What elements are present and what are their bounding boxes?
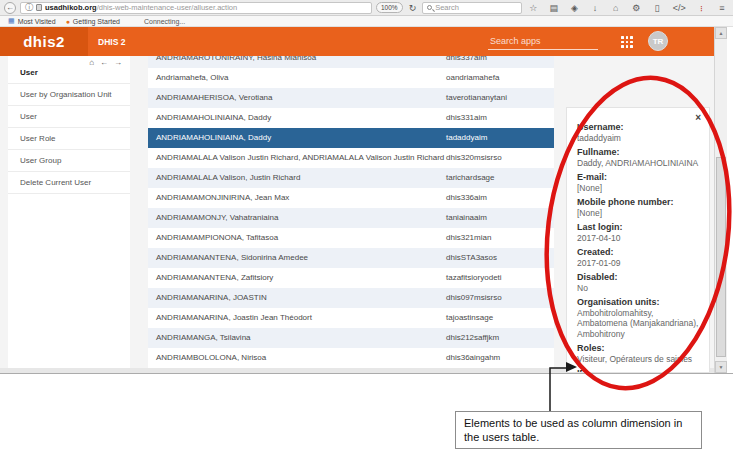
sidebar-item-delete-current-user[interactable]: Delete Current User (8, 172, 130, 194)
field-value: 2017-01-09 (577, 258, 699, 269)
browser-toolbar-icons: ☆ ▤ ◈ ↓ ⌂ ⚙ ▯ </> ⁝ ≡ (526, 3, 729, 13)
field-value: 2017-04-10 (577, 233, 699, 244)
detail-field: Username: tadaddyaim (577, 122, 699, 143)
user-username: dhis36aingahm (446, 353, 500, 362)
user-username: dhis212saffjkm (446, 333, 499, 342)
detail-field: ID: IbhEZYlNR (577, 368, 699, 373)
field-value: No (577, 283, 699, 294)
user-fullname: ANDRIAMALALA Valison, Justin Richard (156, 173, 300, 182)
field-label: Mobile phone number: (577, 197, 699, 208)
library-icon[interactable]: ▤ (549, 3, 559, 13)
bookmark-most-visited[interactable]: ▦ Most Visited (8, 17, 56, 25)
apps-search-input[interactable]: Search apps (488, 34, 598, 50)
sidebar: ⌂ ← → User User by Organisation Unit Use… (8, 56, 130, 373)
sidebar-item-user-group[interactable]: User Group (8, 150, 130, 172)
table-row[interactable]: ANDRIAMALALA Valison, Justin Richard tar… (148, 168, 554, 188)
table-row[interactable]: Andriamahefa, Oliva oandriamahefa (148, 68, 554, 88)
user-fullname: ANDRIAMANANTENA, Zafitsiory (156, 273, 273, 282)
field-label: Created: (577, 247, 699, 258)
table-row[interactable]: ANDRIAMAMPIONONA, Tafitasoa dhis321mian (148, 228, 554, 248)
browser-search-field[interactable]: Search (422, 2, 522, 14)
field-label: ID: (577, 368, 699, 373)
user-fullname: ANDRIAMANARINA, Joastin Jean Théodort (156, 313, 312, 322)
field-label: Last login: (577, 222, 699, 233)
browser-toolbar: ← ⓘ usadhikob.org/dhis-web-maintenance-u… (0, 0, 733, 16)
bookmark-getting-started[interactable]: ● Getting Started (66, 18, 120, 25)
user-fullname: ANDRIAMAMONJINIRINA, Jean Max (156, 193, 289, 202)
browser-window: ← ⓘ usadhikob.org/dhis-web-maintenance-u… (0, 0, 733, 452)
user-username: tarichardsage (446, 173, 494, 182)
apps-grid-icon[interactable] (621, 36, 633, 48)
scroll-up-arrow[interactable]: ▲ (715, 27, 727, 39)
table-row[interactable]: ANDRIAMANANTENA, Zafitsiory tazafitsiory… (148, 268, 554, 288)
home-icon[interactable]: ⌂ (611, 3, 621, 13)
table-row[interactable]: ANDRIAMAMONJINIRINA, Jean Max dhis336aim (148, 188, 554, 208)
sidebar-item-user[interactable]: User (8, 106, 130, 128)
detail-field: Last login: 2017-04-10 (577, 222, 699, 243)
close-icon[interactable]: × (695, 112, 701, 123)
forward-arrow-icon[interactable]: → (114, 58, 122, 67)
bookmark-star-icon[interactable]: ☆ (528, 3, 538, 13)
sidebar-nav-icons: ⌂ ← → (89, 58, 122, 67)
table-row[interactable]: ANDRIAMANANTENA, Sidonirina Amedee dhisS… (148, 248, 554, 268)
field-value: Daddy, ANDRIAMAHOLINIAINA (577, 158, 699, 169)
back-button[interactable]: ← (4, 2, 16, 14)
table-row[interactable]: ANDRIAMAHOLINIAINA, Daddy dhis331aim (148, 108, 554, 128)
vertical-scrollbar[interactable]: ▲ ▼ (714, 27, 727, 373)
shield-icon[interactable]: ◈ (569, 3, 579, 13)
field-label: Roles: (577, 343, 699, 354)
user-fullname: ANDRIAMANARINA, JOASTIN (156, 293, 267, 302)
firefox-icon: ● (66, 18, 70, 25)
scrollbar-thumb[interactable] (716, 157, 726, 357)
user-username: oandriamahefa (446, 73, 499, 82)
field-value: Ambohitrolomahitsy, Ambatomena (Manjakan… (577, 308, 699, 340)
url-path: /dhis-web-maintenance-user/alluser.actio… (97, 3, 238, 12)
screenshot-icon[interactable]: ⁝ (696, 3, 706, 13)
user-username: dhis321mian (446, 233, 491, 242)
user-username: dhis097msisrso (446, 293, 502, 302)
user-fullname: ANDRIAMAHOLINIAINA, Daddy (156, 113, 271, 122)
detail-field: Fullname: Daddy, ANDRIAMAHOLINIAINA (577, 147, 699, 168)
user-fullname: Andriamahefa, Oliva (156, 73, 228, 82)
url-bar[interactable]: ⓘ usadhikob.org/dhis-web-maintenance-use… (20, 2, 372, 14)
download-icon[interactable]: ↓ (590, 3, 600, 13)
bookmarks-bar: ▦ Most Visited ● Getting Started Connect… (0, 16, 733, 27)
sidebar-item-user-by-orgunit[interactable]: User by Organisation Unit (8, 84, 130, 106)
avatar[interactable]: TR (648, 31, 668, 51)
table-row[interactable]: ANDRIAMAMONJY, Vahatraniaina taniainaaim (148, 208, 554, 228)
scroll-down-arrow[interactable]: ▼ (715, 361, 727, 373)
table-row[interactable]: ANDRIAMAHERISOA, Verotiana taverotianany… (148, 88, 554, 108)
app-title: DHIS 2 (98, 37, 125, 47)
viewport-bottom-border (0, 373, 733, 374)
sidebar-toggle-icon[interactable]: ▯ (652, 3, 662, 13)
user-username: dhis320msisrso (446, 153, 502, 162)
table-row[interactable]: ANDRIAMANGA, Tsilavina dhis212saffjkm (148, 328, 554, 348)
detail-fields: Username: tadaddyaim Fullname: Daddy, AN… (577, 122, 699, 373)
user-username: dhis331aim (446, 113, 487, 122)
field-value: Visiteur, Opérateurs de saisies (577, 354, 699, 365)
page-info-icon[interactable]: ⓘ (25, 2, 33, 13)
zoom-level-badge[interactable]: 100% (376, 2, 403, 13)
settings-gear-icon[interactable]: ⚙ (631, 3, 641, 13)
table-row[interactable]: ANDRIAMAHOLINIAINA, Daddy tadaddyaim (148, 128, 554, 148)
back-arrow-icon[interactable]: ← (100, 58, 108, 67)
table-row[interactable]: ANDRIAMANARINA, Joastin Jean Théodort ta… (148, 308, 554, 328)
sidebar-item-user-role[interactable]: User Role (8, 128, 130, 150)
field-value: tadaddyaim (577, 133, 699, 144)
callout-note: Elements to be used as column dimension … (455, 411, 702, 449)
menu-icon[interactable]: ≡ (717, 3, 727, 13)
user-fullname: ANDRIAMANGA, Tsilavina (156, 333, 251, 342)
table-row[interactable]: ANDRIAMANARINA, JOASTIN dhis097msisrso (148, 288, 554, 308)
table-row[interactable]: ANDRIAMALALA Valison Justin Richard, AND… (148, 148, 554, 168)
search-icon (427, 5, 432, 10)
home-icon[interactable]: ⌂ (89, 58, 94, 67)
detail-field: Organisation units: Ambohitrolomahitsy, … (577, 297, 699, 339)
reload-button[interactable]: ↻ (407, 3, 419, 13)
detail-field: Mobile phone number: [None] (577, 197, 699, 218)
user-username: tadaddyaim (446, 133, 487, 142)
user-username: dhisSTA3asos (446, 253, 497, 262)
devtools-icon[interactable]: </> (673, 3, 686, 13)
table-row[interactable]: ANDRIAMBOLOLONA, Nirisoa dhis36aingahm (148, 348, 554, 368)
browser-search-placeholder: Search (435, 3, 459, 12)
dhis2-logo[interactable]: dhis2 (0, 27, 88, 56)
